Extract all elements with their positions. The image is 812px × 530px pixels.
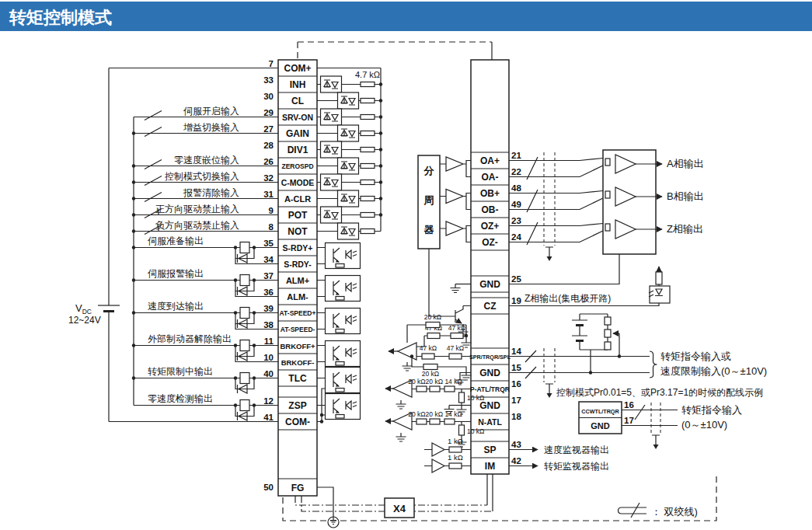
shield-ground-icon (545, 247, 553, 261)
opamp-icon (398, 343, 416, 360)
pin-label: BRKOFF- (281, 358, 315, 367)
divider-char: 周 (423, 194, 434, 206)
ground-icon (403, 362, 413, 371)
pin-label: C-MODE (281, 178, 315, 187)
signal-desc: 零速度检测输出 (148, 393, 213, 404)
pin-label: AT-SPEED- (281, 326, 315, 333)
right-connector-column: OA+ OA- OB+ OB- OZ+ OZ- GND CZ SPR/TRQR/… (469, 60, 521, 474)
page-title: 转矩控制模式 (9, 8, 112, 27)
twisted-pair-legend: ： 双绞线) (619, 503, 698, 518)
inset-wiring-example: CCWTL/TRQR GND 16 17 转矩指令输入 (0～±10V) (579, 400, 742, 449)
pin-label: GND (479, 400, 500, 411)
cz-note: Z相输出(集电极开路) (524, 293, 611, 304)
pin-number: 8 (269, 222, 274, 232)
ground-icon (451, 284, 461, 293)
optocoupler-input-icon (321, 207, 342, 223)
resistor-value: 20 kΩ (422, 370, 439, 378)
output-optocouplers (317, 243, 361, 424)
brace (650, 351, 657, 378)
pin-number: 33 (263, 75, 274, 85)
pin-number: 30 (263, 92, 274, 101)
left-connector-column: COM+ INH CL SRV-ON GAIN DIV1 ZEROSPD C-M… (148, 59, 317, 497)
manual-page: 转矩控制模式 COM+ INH CL SRV-ON GAIN DIV1 ZERO… (0, 0, 812, 530)
header-bar (0, 2, 812, 31)
pin-number: 16 (624, 400, 634, 410)
pin-label: POT (288, 210, 308, 221)
pin-number: 28 (263, 141, 274, 150)
optocoupler-output-icon (326, 276, 361, 302)
pin-number: 22 (511, 167, 521, 176)
pin-number: 11 (264, 336, 274, 346)
signal-desc: 速度到达输出 (148, 301, 204, 312)
top-shield-link (298, 42, 492, 60)
resistor-value: 10 kΩ (467, 427, 484, 435)
pin-number: 27 (263, 124, 274, 134)
resistor-value: 20 kΩ (424, 313, 441, 321)
twisted-pair-icon (619, 507, 647, 514)
signal-desc: 伺服开启输入 (183, 106, 239, 117)
pin-label: GND (591, 421, 610, 431)
signal-desc: 报警清除输入 (183, 187, 239, 198)
pin-label: SPR/TRQR/SPL (469, 354, 511, 361)
optocoupler-output-icon (326, 368, 361, 393)
inset-note: (0～±10V) (681, 419, 727, 431)
resistor-values: 20 kΩ20 kΩ 14 kΩ (408, 378, 462, 385)
pin-number: 12 (263, 396, 274, 406)
pin-number: 7 (269, 59, 274, 68)
pin-label: ALM+ (286, 276, 309, 285)
pin-label: COM- (285, 417, 310, 427)
pin-number: 9 (269, 206, 274, 215)
ground-icon (396, 400, 406, 409)
optocoupler-output-icon (326, 341, 361, 367)
page-header: 转矩控制模式 (0, 2, 812, 31)
optocoupler-input-icon (321, 141, 342, 158)
pin-label: FG (291, 483, 305, 493)
pin-number: 14 (511, 347, 521, 356)
pin-number: 41 (263, 413, 274, 422)
monitor-desc: 转矩监视器输出 (544, 461, 609, 472)
optocoupler-input-icon (338, 190, 359, 207)
optocoupler-input-icon (338, 125, 359, 141)
resistor-value: 10 kΩ (467, 394, 484, 402)
encoder-output-lines: A相输出 B相输出 Z相输出 (509, 150, 704, 284)
pin-number: 24 (511, 232, 521, 242)
pin-number: 23 (511, 216, 521, 225)
twisted-pair-slash-icon (525, 350, 536, 378)
twisted-pair-slash-icon (635, 405, 645, 420)
pin-number: 48 (511, 183, 521, 193)
pin-label: TLC (288, 373, 307, 384)
inset-note: 转矩指令输入 (681, 404, 742, 416)
pin-label: ZEROSPD (281, 162, 313, 170)
signal-desc: 伺服准备输出 (148, 235, 204, 246)
pin-label: GND (479, 368, 500, 378)
pin-label: OA- (482, 172, 499, 183)
signal-desc: 零速度嵌位输入 (174, 155, 239, 166)
pin-label: AT-SPEED+ (280, 309, 316, 317)
pin-label: DIV1 (288, 145, 308, 155)
pin-number: 10 (263, 353, 274, 362)
shield-ground-icon (652, 435, 660, 449)
signal-desc: 负方向驱动禁止输入 (155, 220, 239, 231)
shield-ground-icon (545, 384, 553, 398)
bottom-shield: X4 (283, 474, 716, 528)
pin-number: 15 (511, 363, 521, 372)
pin-number: 49 (511, 200, 521, 209)
divider-char: 分 (423, 165, 435, 176)
pin-label: OB+ (480, 188, 500, 199)
monitor-desc: 速度监视器输出 (544, 445, 609, 455)
pin-label: SP (483, 445, 496, 455)
optocoupler-input-icon (338, 158, 359, 174)
optocoupler-output-icon (326, 309, 361, 334)
resistor-value: 1 kΩ (448, 453, 463, 462)
pin-number: 38 (263, 320, 274, 330)
pin-label: CL (291, 96, 304, 106)
wiring-diagram: 转矩控制模式 COM+ INH CL SRV-ON GAIN DIV1 ZERO… (0, 0, 812, 530)
resistor-value: 47 kΩ (420, 344, 437, 352)
pin-number: 31 (263, 190, 274, 199)
pin-number: 37 (263, 271, 274, 281)
optocoupler-input-icon (321, 109, 342, 125)
pin-label: COM+ (284, 63, 311, 74)
x4-connector-label: X4 (393, 503, 406, 514)
pin-number: 18 (511, 412, 521, 421)
external-command-source (572, 314, 621, 375)
